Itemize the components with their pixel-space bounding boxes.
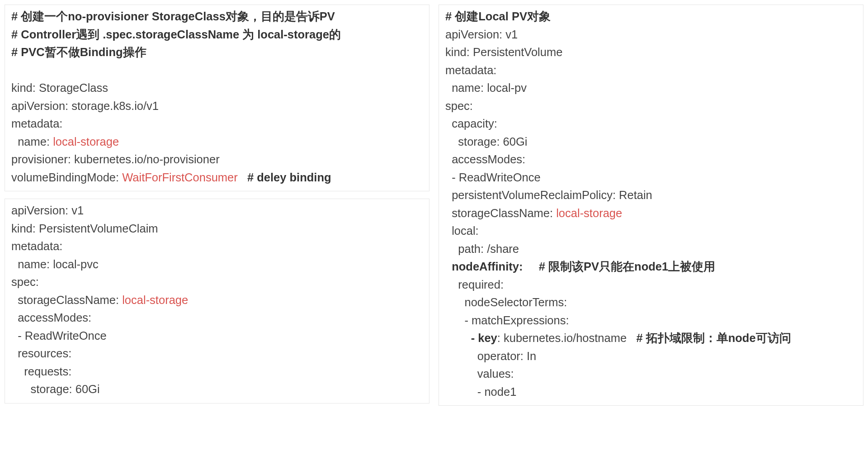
yaml-line: - node1 (445, 385, 516, 398)
yaml-line: metadata: (11, 240, 62, 252)
yaml-line: storage: 60Gi (445, 135, 527, 148)
yaml-line: values: (445, 367, 514, 380)
storageclass-box: # 创建一个no-provisioner StorageClass对象，目的是告… (5, 5, 429, 191)
yaml-line: apiVersion: v1 (445, 28, 518, 41)
yaml-line: accessModes: (445, 153, 525, 166)
yaml-line: resources: (11, 347, 71, 360)
comment-line: # 创建一个no-provisioner StorageClass对象，目的是告… (11, 10, 335, 23)
yaml-key-bold: - key (445, 332, 497, 344)
yaml-line: name: local-pv (445, 81, 527, 94)
comment-line: # 创建Local PV对象 (445, 10, 551, 23)
yaml-line: metadata: (445, 64, 496, 76)
yaml-line: - ReadWriteOnce (445, 171, 541, 184)
yaml-line: path: /share (445, 242, 519, 255)
yaml-line: spec: (445, 100, 473, 112)
yaml-line: apiVersion: storage.k8s.io/v1 (11, 100, 159, 112)
comment-line: # PVC暂不做Binding操作 (11, 46, 146, 58)
highlight-value: local-storage (122, 294, 188, 306)
yaml-line: kind: StorageClass (11, 81, 108, 94)
yaml-line: provisioner: kubernetes.io/no-provisione… (11, 153, 220, 166)
yaml-line: apiVersion: v1 (11, 204, 84, 217)
yaml-value: : kubernetes.io/hostname (497, 332, 637, 344)
yaml-line: nodeSelectorTerms: (445, 296, 567, 309)
right-column: # 创建Local PV对象 apiVersion: v1 kind: Pers… (439, 5, 863, 406)
yaml-line: accessModes: (11, 311, 91, 324)
inline-comment: # 拓扑域限制：单node可访问 (636, 332, 791, 344)
yaml-key: volumeBindingMode: (11, 171, 122, 184)
yaml-key: storageClassName: (445, 207, 556, 219)
yaml-line: required: (445, 278, 504, 291)
yaml-line: operator: In (445, 350, 536, 362)
inline-comment: # deley binding (238, 171, 331, 184)
yaml-line: name: local-pvc (11, 258, 99, 271)
yaml-line: name: (11, 135, 53, 148)
yaml-line: metadata: (11, 117, 62, 130)
pvc-box: apiVersion: v1 kind: PersistentVolumeCla… (5, 199, 429, 404)
yaml-line: spec: (11, 275, 39, 288)
yaml-line: capacity: (445, 117, 497, 130)
inline-comment: # 限制该PV只能在node1上被使用 (523, 260, 715, 273)
left-column: # 创建一个no-provisioner StorageClass对象，目的是告… (5, 5, 429, 406)
yaml-line: kind: PersistentVolume (445, 46, 562, 58)
yaml-key: storageClassName: (11, 294, 122, 306)
pv-box: # 创建Local PV对象 apiVersion: v1 kind: Pers… (439, 5, 863, 406)
yaml-line: - matchExpressions: (445, 314, 569, 327)
layout-root: # 创建一个no-provisioner StorageClass对象，目的是告… (5, 5, 863, 406)
yaml-line: persistentVolumeReclaimPolicy: Retain (445, 189, 652, 201)
yaml-line: requests: (11, 365, 71, 378)
highlight-value: local-storage (53, 135, 119, 148)
highlight-value: WaitForFirstConsumer (122, 171, 238, 184)
comment-line: # Controller遇到 .spec.storageClassName 为 … (11, 28, 341, 41)
yaml-line: kind: PersistentVolumeClaim (11, 222, 158, 235)
highlight-value: local-storage (556, 207, 622, 219)
yaml-line: storage: 60Gi (11, 383, 100, 395)
yaml-line: local: (445, 224, 479, 237)
yaml-key-bold: nodeAffinity: (445, 260, 523, 273)
yaml-line: - ReadWriteOnce (11, 329, 107, 342)
